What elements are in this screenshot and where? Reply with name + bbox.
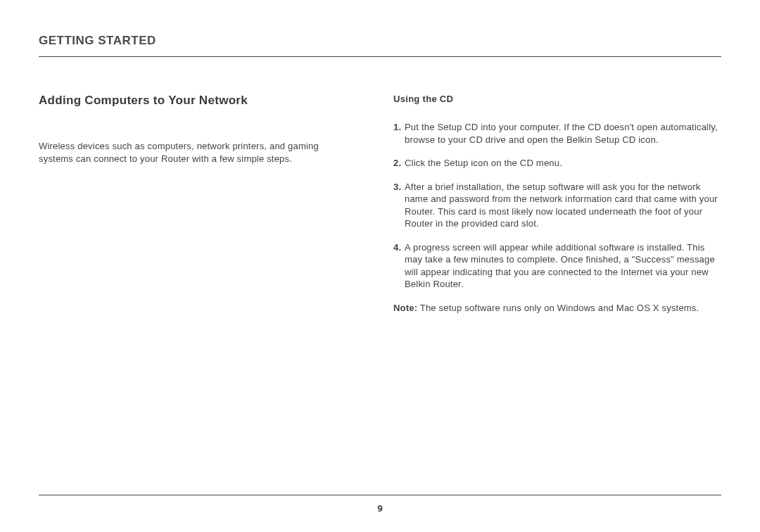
content-columns: Adding Computers to Your Network Wireles…: [39, 94, 721, 315]
left-column: Adding Computers to Your Network Wireles…: [39, 94, 354, 315]
list-item: 1. Put the Setup CD into your computer. …: [393, 121, 721, 146]
note: Note: The setup software runs only on Wi…: [393, 302, 721, 315]
note-text: The setup software runs only on Windows …: [417, 303, 699, 313]
step-number: 4.: [393, 241, 405, 291]
steps-list: 1. Put the Setup CD into your computer. …: [393, 121, 721, 291]
page-number: 9: [0, 503, 760, 514]
step-text: After a brief installation, the setup so…: [405, 181, 721, 230]
step-number: 3.: [393, 181, 405, 230]
list-item: 3. After a brief installation, the setup…: [393, 181, 721, 230]
step-text: Put the Setup CD into your computer. If …: [405, 121, 721, 146]
step-number: 1.: [393, 121, 405, 146]
section-header: GETTING STARTED: [39, 34, 721, 48]
note-label: Note:: [393, 303, 417, 313]
step-number: 2.: [393, 157, 405, 170]
intro-paragraph: Wireless devices such as computers, netw…: [39, 140, 354, 165]
list-item: 4. A progress screen will appear while a…: [393, 241, 721, 291]
subsection-heading: Adding Computers to Your Network: [39, 94, 354, 108]
step-text: Click the Setup icon on the CD menu.: [405, 157, 721, 170]
list-item: 2. Click the Setup icon on the CD menu.: [393, 157, 721, 170]
header-rule: [39, 56, 721, 57]
step-text: A progress screen will appear while addi…: [405, 241, 721, 291]
footer-rule: [39, 495, 721, 495]
right-heading: Using the CD: [393, 94, 721, 104]
right-column: Using the CD 1. Put the Setup CD into yo…: [393, 94, 721, 315]
